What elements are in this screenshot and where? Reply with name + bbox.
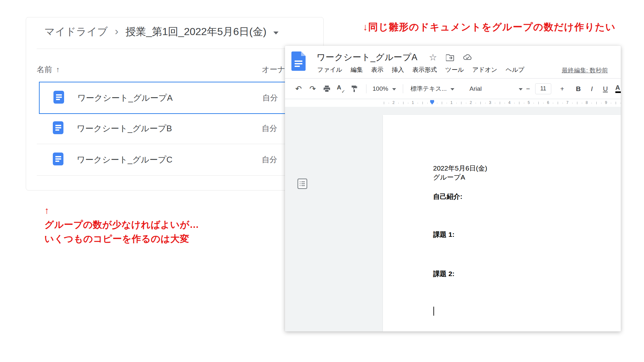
doc-line-date: 2022年5月6日(金) [433, 164, 487, 173]
file-owner: 自分 [262, 123, 277, 134]
zoom-select[interactable]: 100% [370, 79, 403, 99]
menu-bar: ファイル 編集 表示 挿入 表示形式 ツール アドオン ヘルプ [317, 66, 525, 74]
screenshot-stage: マイドライブ › 授業_第1回_2022年5月6日(金) 名前 ↑ オーナー ワ… [0, 0, 644, 362]
cloud-saved-icon[interactable] [463, 53, 472, 62]
annotation-left-line1: グループの数が少なければよいが… [44, 218, 199, 232]
document-outline-icon[interactable] [297, 178, 308, 190]
move-folder-icon[interactable] [446, 53, 454, 62]
column-header-name[interactable]: 名前 ↑ [37, 64, 60, 75]
drive-window: マイドライブ › 授業_第1回_2022年5月6日(金) 名前 ↑ オーナー ワ… [26, 17, 324, 190]
doc-heading-intro: 自己紹介: [433, 192, 462, 201]
google-docs-app-icon[interactable] [291, 51, 306, 72]
indent-marker[interactable] [430, 100, 434, 105]
print-icon[interactable] [321, 79, 333, 99]
file-name: ワークシート_グループA [77, 92, 173, 104]
doc-heading-task1: 課題 1: [433, 230, 455, 239]
doc-line-group: グループA [433, 173, 465, 182]
font-size-decrease-button[interactable]: − [523, 79, 533, 99]
font-size-increase-button[interactable]: + [557, 79, 567, 99]
paragraph-style-select[interactable]: 標準テキス... [408, 79, 464, 99]
paint-format-icon[interactable] [348, 79, 360, 99]
annotation-left-line2: いくつものコピーを作るのは大変 [44, 232, 199, 246]
last-edit-link[interactable]: 最終編集: 数秒前 [562, 66, 608, 75]
redo-icon[interactable]: ↷ [307, 79, 318, 99]
file-row-group-c[interactable]: ワークシート_グループC 自分 [26, 144, 323, 175]
docs-file-icon [53, 91, 64, 105]
docs-file-icon [53, 121, 63, 135]
menu-insert[interactable]: 挿入 [392, 66, 404, 74]
chevron-down-icon [392, 88, 396, 90]
document-title[interactable]: ワークシート_グループA [317, 51, 417, 63]
toolbar-separator [366, 84, 366, 93]
menu-tools[interactable]: ツール [445, 66, 464, 74]
annotation-top: ↓同じ雛形のドキュメントをグループの数だけ作りたい [363, 21, 616, 34]
chevron-right-icon: › [115, 25, 118, 36]
text-color-button[interactable]: A [614, 79, 621, 99]
spellcheck-icon[interactable]: A✓ [335, 79, 346, 99]
menu-edit[interactable]: 編集 [351, 66, 363, 74]
underline-button[interactable]: U [600, 79, 611, 99]
star-icon[interactable]: ☆ [429, 52, 437, 63]
ruler: 21123456789 [285, 99, 621, 107]
file-row-group-a[interactable]: ワークシート_グループA 自分 [39, 82, 323, 114]
text-cursor [433, 307, 434, 316]
sort-ascending-icon: ↑ [56, 65, 60, 74]
toolbar-separator [403, 84, 403, 93]
file-name: ワークシート_グループC [77, 154, 173, 165]
bold-button[interactable]: B [573, 79, 584, 99]
divider [37, 175, 323, 176]
name-column-label: 名前 [37, 64, 52, 75]
breadcrumb-current-folder[interactable]: 授業_第1回_2022年5月6日(金) [126, 25, 266, 39]
annotation-left-arrow: ↑ [44, 203, 199, 218]
divider [37, 49, 323, 49]
chevron-down-icon [519, 88, 523, 90]
font-family-select[interactable]: Arial [467, 79, 525, 99]
breadcrumb-my-drive[interactable]: マイドライブ [44, 25, 108, 39]
breadcrumb: マイドライブ › 授業_第1回_2022年5月6日(金) [44, 24, 279, 39]
italic-button[interactable]: I [586, 79, 597, 99]
menu-view[interactable]: 表示 [371, 66, 384, 74]
menu-file[interactable]: ファイル [317, 66, 342, 74]
file-name: ワークシート_グループB [77, 123, 172, 134]
annotation-left: ↑ グループの数が少なければよいが… いくつものコピーを作るのは大変 [44, 203, 199, 246]
folder-dropdown-caret-icon[interactable] [273, 32, 279, 34]
doc-heading-task2: 課題 2: [433, 269, 455, 278]
docs-window: ワークシート_グループA ☆ ファイル 編集 表示 挿入 表示形式 ツール アド… [285, 46, 621, 331]
menu-addons[interactable]: アドオン [472, 66, 497, 74]
docs-file-icon [53, 153, 63, 167]
undo-icon[interactable]: ↶ [293, 79, 304, 99]
chevron-down-icon [450, 88, 454, 90]
menu-format[interactable]: 表示形式 [412, 66, 437, 74]
file-row-group-b[interactable]: ワークシート_グループB 自分 [26, 113, 323, 144]
document-page[interactable]: 2022年5月6日(金) グループA 自己紹介: 課題 1: 課題 2: [383, 115, 621, 331]
font-size-field[interactable]: 11 [534, 79, 553, 99]
document-canvas: 2022年5月6日(金) グループA 自己紹介: 課題 1: 課題 2: [285, 107, 621, 331]
file-owner: 自分 [262, 154, 277, 165]
file-owner: 自分 [262, 93, 278, 103]
menu-help[interactable]: ヘルプ [506, 66, 524, 74]
